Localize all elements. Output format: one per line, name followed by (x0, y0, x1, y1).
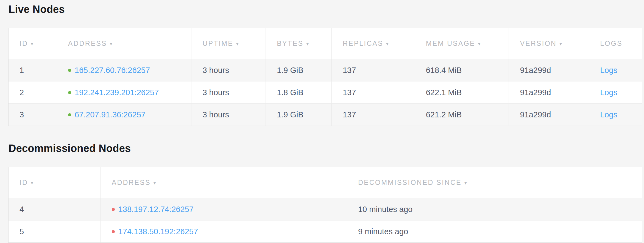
decommissioned-nodes-title: Decommissioned Nodes (0, 139, 644, 155)
node-id-cell: 5 (9, 221, 101, 242)
sort-arrow-icon: ▾ (154, 180, 156, 186)
node-address-cell: 192.241.239.201:26257 (57, 81, 192, 103)
node-address-cell: 165.227.60.76:26257 (57, 59, 192, 81)
node-bytes-cell: 1.8 GiB (266, 81, 332, 103)
sort-arrow-icon: ▾ (31, 180, 33, 186)
node-version-cell: 91a299d (509, 81, 589, 103)
decommissioned-table-header-row: ID▾ ADDRESS▾ DECOMMISSIONED SINCE▾ (9, 167, 642, 198)
node-replicas-cell: 137 (332, 81, 415, 103)
column-header-id[interactable]: ID▾ (9, 28, 57, 59)
node-mem-usage-cell: 618.4 MiB (415, 59, 509, 81)
sort-arrow-icon: ▾ (559, 41, 562, 47)
sort-arrow-icon: ▾ (306, 41, 309, 47)
decommissioned-status-dot-icon (112, 208, 115, 211)
node-address-cell: 174.138.50.192:26257 (101, 221, 347, 242)
column-header-replicas[interactable]: REPLICAS▾ (332, 28, 415, 59)
sort-arrow-icon: ▾ (464, 180, 467, 186)
node-id-cell: 3 (9, 104, 57, 126)
node-logs-cell: Logs (589, 81, 642, 103)
node-mem-usage-cell: 622.1 MiB (415, 81, 509, 103)
node-version-cell: 91a299d (509, 59, 589, 81)
node-id-cell: 1 (9, 59, 57, 81)
live-status-dot-icon (68, 91, 71, 94)
sort-arrow-icon: ▾ (478, 41, 481, 47)
node-logs-cell: Logs (589, 104, 642, 126)
column-header-uptime[interactable]: UPTIME▾ (191, 28, 266, 59)
live-nodes-table: ID▾ ADDRESS▾ UPTIME▾ BYTES▾ REPLICAS▾ ME… (8, 28, 642, 126)
live-status-dot-icon (68, 69, 71, 72)
live-status-dot-icon (68, 113, 71, 116)
node-id-cell: 2 (9, 81, 57, 103)
table-row: 2 192.241.239.201:26257 3 hours 1.8 GiB … (9, 81, 642, 103)
sort-arrow-icon: ▾ (31, 41, 33, 47)
column-header-address[interactable]: ADDRESS▾ (101, 167, 347, 198)
node-address-link[interactable]: 174.138.50.192:26257 (118, 227, 198, 236)
logs-link[interactable]: Logs (600, 66, 617, 75)
node-address-cell: 138.197.12.74:26257 (101, 198, 347, 220)
node-bytes-cell: 1.9 GiB (266, 104, 332, 126)
node-uptime-cell: 3 hours (191, 104, 266, 126)
node-address-link[interactable]: 165.227.60.76:26257 (75, 66, 150, 75)
decommissioned-status-dot-icon (112, 230, 115, 233)
decommissioned-since-cell: 10 minutes ago (347, 198, 642, 220)
column-header-id[interactable]: ID▾ (9, 167, 101, 198)
decommissioned-since-cell: 9 minutes ago (347, 221, 642, 242)
node-address-link[interactable]: 67.207.91.36:26257 (75, 110, 146, 119)
column-header-version[interactable]: VERSION▾ (509, 28, 589, 59)
table-row: 3 67.207.91.36:26257 3 hours 1.9 GiB 137… (9, 103, 642, 126)
table-row: 4 138.197.12.74:26257 10 minutes ago (9, 198, 642, 220)
sort-arrow-icon: ▾ (110, 41, 112, 47)
node-replicas-cell: 137 (332, 104, 415, 126)
table-row: 5 174.138.50.192:26257 9 minutes ago (9, 220, 642, 242)
node-uptime-cell: 3 hours (191, 59, 266, 81)
column-header-mem-usage[interactable]: MEM USAGE▾ (415, 28, 509, 59)
node-address-link[interactable]: 138.197.12.74:26257 (118, 205, 194, 214)
column-header-bytes[interactable]: BYTES▾ (266, 28, 332, 59)
node-logs-cell: Logs (589, 59, 642, 81)
logs-link[interactable]: Logs (600, 88, 617, 97)
node-address-cell: 67.207.91.36:26257 (57, 104, 192, 126)
node-address-link[interactable]: 192.241.239.201:26257 (75, 88, 159, 97)
node-bytes-cell: 1.9 GiB (266, 59, 332, 81)
logs-link[interactable]: Logs (600, 110, 617, 119)
sort-arrow-icon: ▾ (386, 41, 389, 47)
node-mem-usage-cell: 621.2 MiB (415, 104, 509, 126)
table-row: 1 165.227.60.76:26257 3 hours 1.9 GiB 13… (9, 59, 642, 81)
decommissioned-nodes-table: ID▾ ADDRESS▾ DECOMMISSIONED SINCE▾ 4 138… (8, 167, 642, 243)
node-uptime-cell: 3 hours (191, 81, 266, 103)
node-version-cell: 91a299d (509, 104, 589, 126)
live-nodes-title: Live Nodes (0, 0, 644, 16)
node-id-cell: 4 (9, 198, 101, 220)
column-header-address[interactable]: ADDRESS▾ (57, 28, 192, 59)
node-replicas-cell: 137 (332, 59, 415, 81)
live-table-header-row: ID▾ ADDRESS▾ UPTIME▾ BYTES▾ REPLICAS▾ ME… (9, 28, 642, 59)
sort-arrow-icon: ▾ (236, 41, 239, 47)
column-header-logs: LOGS (589, 28, 642, 59)
column-header-decommissioned-since[interactable]: DECOMMISSIONED SINCE▾ (347, 167, 642, 198)
